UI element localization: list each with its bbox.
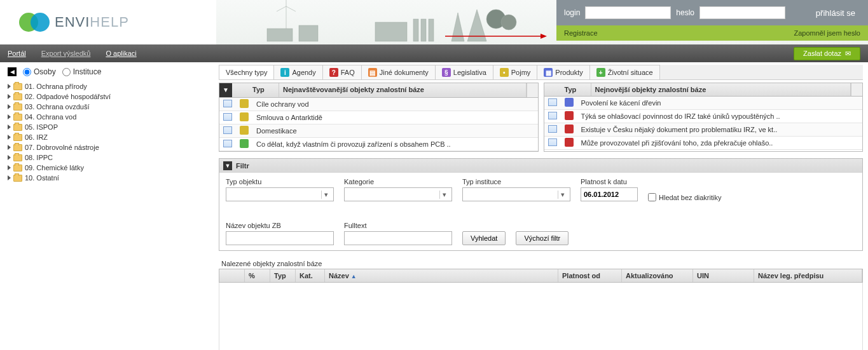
grid-icon [223,140,232,147]
tab-agendy[interactable]: iAgendy [273,65,322,79]
select-kategorie[interactable]: ▾ [344,187,452,201]
tree-item[interactable]: 03. Ochrana ovzduší [8,102,209,112]
type-icon [565,98,574,107]
label-kategorie: Kategorie [344,178,452,185]
grid-icon [548,112,557,119]
filter-title: Filtr [236,162,249,170]
tree-item[interactable]: 05. ISPOP [8,122,209,132]
tab-label: Agendy [292,69,315,76]
list-item[interactable]: Smlouva o Antarktidě [219,111,538,125]
tree-item-label: 05. ISPOP [25,123,58,131]
folder-icon [13,154,22,161]
filter-toggle-icon[interactable]: ▼ [223,161,232,170]
expand-icon [8,145,11,150]
input-nazev[interactable] [226,231,334,245]
tab-pojmy[interactable]: •Pojmy [493,65,538,79]
send-query-button[interactable]: Zaslat dotaz✉ [794,47,860,60]
radio-osoby[interactable]: Osoby [23,67,56,76]
expand-icon [8,175,11,180]
tab-icon: ▦ [544,68,553,77]
logo[interactable]: ENVIHELP [0,0,216,44]
forgot-password-link[interactable]: Zapomněl jsem heslo [794,29,860,37]
tree-item[interactable]: 07. Dobrovolné nástroje [8,142,209,152]
grid-icon [548,125,557,133]
svg-line-8 [286,6,296,11]
expand-icon [8,125,11,130]
tab-legislativa[interactable]: §Legislativa [435,65,493,79]
menu-export[interactable]: Export výsledků [41,50,91,57]
svg-rect-0 [267,29,293,41]
grid-icon [223,113,232,121]
panel-newest: Typ Nejnovější objekty znalostní báze Po… [544,83,864,152]
col-aktualizovano[interactable]: Aktualizováno [622,269,693,282]
list-item[interactable]: Existuje v Česku nějaký dokument pro pro… [544,123,863,137]
login-bar: login heslo přihlásit se [556,0,868,25]
list-item[interactable]: Může provozovatel při zjišťování toho, z… [544,137,863,150]
login-input[interactable] [585,6,671,19]
sidebar: ◀ Osoby Instituce 01. Ochrana přírody02.… [0,62,216,350]
col-typ: Typ [249,83,279,97]
input-fulltext[interactable] [344,231,452,245]
menu-about[interactable]: O aplikaci [106,50,136,57]
list-item[interactable]: Domestikace [219,125,538,138]
default-filter-button[interactable]: Výchozí filtr [516,231,568,245]
tab-icon: § [442,68,451,77]
login-button[interactable]: přihlásit se [811,6,860,20]
collapse-icon[interactable]: ◀ [8,67,17,76]
select-typ-objektu[interactable]: ▾ [226,187,334,201]
logo-text: ENVIHELP [55,14,129,30]
radio-instituce[interactable]: Instituce [62,67,102,76]
tree-item[interactable]: 04. Ochrana vod [8,112,209,122]
tab-všechny-typy[interactable]: Všechny typy [219,65,274,79]
annotation-arrow [445,32,547,41]
tab-icon: i [280,68,289,77]
svg-rect-3 [413,19,418,41]
col-nazev[interactable]: Název▲ [325,269,558,282]
folder-icon [13,104,22,111]
tree-item[interactable]: 06. IRZ [8,132,209,142]
select-typ-instituce[interactable]: ▾ [462,187,570,201]
tree-item[interactable]: 09. Chemické látky [8,163,209,173]
tree-item[interactable]: 02. Odpadové hospodářství [8,91,209,102]
grid-icon [548,138,557,146]
tab-jiné-dokumenty[interactable]: ▤Jiné dokumenty [361,65,436,79]
panel-toggle-icon[interactable]: ▼ [219,83,232,97]
tab-faq[interactable]: ?FAQ [322,65,362,79]
results-grid-body [219,283,863,350]
item-title: Povolení ke kácení dřevin [577,97,863,109]
register-link[interactable]: Registrace [564,29,598,37]
col-leg-predpis[interactable]: Název leg. předpisu [754,269,862,282]
list-item[interactable]: Povolení ke kácení dřevin [544,97,863,110]
col-kat[interactable]: Kat. [296,269,325,282]
password-input[interactable] [699,6,785,19]
tree-item[interactable]: 10. Ostatní [8,173,209,183]
label-platnost: Platnost k datu [581,178,638,185]
col-uin[interactable]: UIN [693,269,754,282]
svg-marker-15 [541,34,547,39]
tab-label: FAQ [341,69,355,76]
label-nazev: Název objektu ZB [226,222,334,229]
list-item[interactable]: Co dělat, když vlastním či provozuji zař… [219,138,538,151]
menu-portal[interactable]: Portál [8,50,26,57]
checkbox-diakritika[interactable] [648,193,656,201]
tree-item-label: 08. IPPC [25,154,53,161]
tree-item-label: 09. Chemické látky [25,164,84,172]
tree-item[interactable]: 01. Ochrana přírody [8,81,209,91]
list-item[interactable]: Týká se ohlašovací povinnost do IRZ také… [544,110,863,123]
sort-asc-icon: ▲ [351,273,357,279]
list-item[interactable]: Cíle ochrany vod [219,98,538,111]
col-typ[interactable]: Typ [270,269,296,282]
svg-rect-5 [429,19,434,41]
tree-item[interactable]: 08. IPPC [8,152,209,163]
input-date[interactable] [581,187,638,201]
item-title: Existuje v Česku nějaký dokument pro pro… [577,124,863,135]
expand-icon [8,165,11,170]
tab-životní-situace[interactable]: +Životní situace [589,65,660,79]
col-platnost-od[interactable]: Platnost od [558,269,622,282]
search-button[interactable]: Vyhledat [462,231,506,245]
tab-produkty[interactable]: ▦Produkty [537,65,589,79]
panel-title: Nejnovější objekty znalostní báze [591,83,851,96]
label-diakritika: Hledat bez diakritiky [659,194,721,201]
col-pct[interactable]: % [245,269,270,282]
folder-icon [13,134,22,141]
